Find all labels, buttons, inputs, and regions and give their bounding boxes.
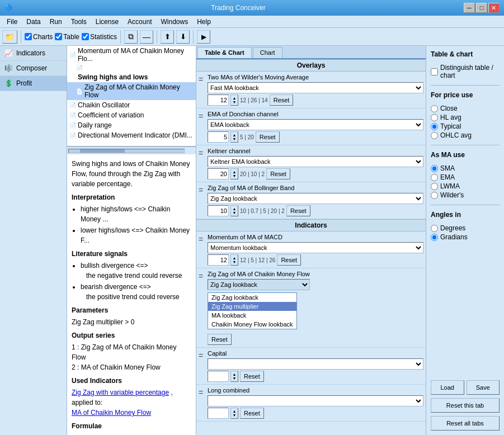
overlay-zigzag-bollinger-select[interactable]: Zig Zag lookback: [208, 193, 423, 204]
menu-file[interactable]: File: [2, 17, 22, 27]
tree-hscroll[interactable]: [67, 146, 196, 154]
menu-data[interactable]: Data: [22, 17, 45, 27]
indicator-long-combined-spin[interactable]: ▲▼: [230, 408, 238, 419]
indicator-momentum-reset[interactable]: Reset: [277, 254, 301, 266]
indicator-momentum-select[interactable]: Momentum lookback: [208, 242, 423, 253]
price-close[interactable]: Close: [431, 105, 500, 112]
indicator-momentum-spin[interactable]: ▲▼: [230, 254, 238, 266]
price-ohlc-avg[interactable]: OHLC avg: [431, 131, 500, 139]
table-toggle[interactable]: Table: [55, 33, 79, 41]
sidebar-item-composer[interactable]: 🎼 Composer: [0, 61, 67, 76]
play-button[interactable]: [197, 30, 210, 44]
used-link-1[interactable]: Zig Zag with variable percentage: [72, 389, 169, 396]
distinguish-checkbox[interactable]: [431, 68, 438, 75]
price-close-radio[interactable]: [431, 105, 438, 112]
overlay-ema-reset[interactable]: Reset: [256, 131, 280, 143]
statistics-toggle[interactable]: Statistics: [82, 33, 117, 41]
menu-tools[interactable]: Tools: [67, 17, 91, 27]
indicator-long-combined-select[interactable]: [208, 395, 423, 406]
price-typical[interactable]: Typical: [431, 122, 500, 130]
angles-degrees-radio[interactable]: [431, 225, 438, 232]
indicator-capital-spin[interactable]: ▲▼: [230, 371, 238, 382]
used-link-2[interactable]: MA of Chaikin Money Flow: [72, 409, 151, 417]
indicator-capital-select[interactable]: [208, 358, 423, 370]
indicator-long-combined-input[interactable]: [208, 408, 229, 419]
distinguish-toggle[interactable]: Distinguish table / chart: [431, 64, 500, 79]
sidebar-item-indicators[interactable]: 📈 Indicators: [0, 46, 67, 61]
charts-toggle[interactable]: Charts: [25, 33, 53, 41]
angles-gradians-radio[interactable]: [431, 234, 438, 241]
menu-windows[interactable]: Windows: [156, 17, 192, 27]
menu-account[interactable]: Account: [123, 17, 156, 27]
dropdown-option-chaikin-lookback[interactable]: Chaikin Money Flow lookback: [208, 320, 296, 329]
tab-table-chart[interactable]: Table & Chart: [197, 47, 252, 58]
indicator-zigzag-chaikin-select[interactable]: Zig Zag lookback: [208, 279, 310, 290]
ma-lwma-radio[interactable]: [431, 183, 438, 190]
download-button[interactable]: [176, 30, 190, 44]
minimize-button[interactable]: ─: [464, 3, 475, 13]
tree-item-daily[interactable]: 📄 Daily range: [67, 120, 196, 130]
copy-button[interactable]: [124, 30, 138, 44]
reset-tab-button[interactable]: Reset this tab: [431, 398, 500, 413]
tree-doc-icon-1: 📄: [76, 65, 83, 71]
dropdown-option-ma-lookback[interactable]: MA lookback: [208, 311, 296, 320]
price-ohlc-radio[interactable]: [431, 132, 438, 139]
overlay-ema-spin[interactable]: ▲▼: [230, 131, 238, 143]
overlay-keltner-reset[interactable]: Reset: [266, 168, 290, 179]
ma-sma-radio[interactable]: [431, 165, 438, 172]
overlay-zigzag-bollinger-reset[interactable]: Reset: [286, 205, 310, 216]
price-hl-avg[interactable]: HL avg: [431, 114, 500, 121]
dropdown-option-zigzag-multiplier[interactable]: Zig Zag multiplier: [208, 302, 296, 311]
charts-checkbox[interactable]: [25, 33, 32, 40]
overlay-keltner-select[interactable]: Keltner EMA lookback: [208, 156, 423, 167]
ma-wilders-radio[interactable]: [431, 192, 438, 199]
reset-all-button[interactable]: Reset all tabs: [431, 416, 500, 431]
angles-degrees[interactable]: Degrees: [431, 224, 500, 232]
tree-item-coeff[interactable]: 📄 Coefficient of variation: [67, 110, 196, 120]
close-button[interactable]: ✕: [488, 3, 500, 13]
load-button[interactable]: Load: [431, 380, 464, 395]
indicator-momentum-input[interactable]: [208, 254, 229, 266]
menu-run[interactable]: Run: [45, 17, 67, 27]
overlay-ema-input[interactable]: [208, 131, 229, 143]
overlay-ema-select[interactable]: EMA lookback: [208, 119, 423, 130]
ma-wilders[interactable]: Wilder's: [431, 191, 500, 199]
price-hl-radio[interactable]: [431, 114, 438, 121]
overlay-zigzag-bollinger-input[interactable]: [208, 205, 229, 216]
ma-ema-radio[interactable]: [431, 174, 438, 181]
save-button[interactable]: Save: [467, 380, 500, 395]
line-button[interactable]: [140, 30, 153, 44]
dropdown-option-zigzag-lookback[interactable]: Zig Zag lookback: [208, 293, 296, 302]
tree-item-zigzag[interactable]: 📄 Zig Zag of MA of Chaikin Money Flow: [67, 82, 196, 100]
overlay-two-mas-reset[interactable]: Reset: [270, 94, 294, 106]
overlay-keltner-spin[interactable]: ▲▼: [230, 168, 238, 179]
menu-license[interactable]: License: [91, 17, 123, 27]
upload-button[interactable]: [161, 30, 174, 44]
price-typical-radio[interactable]: [431, 123, 438, 130]
angles-gradians[interactable]: Gradians: [431, 233, 500, 241]
ma-sma[interactable]: SMA: [431, 164, 500, 172]
overlay-zigzag-bollinger-spin[interactable]: ▲▼: [230, 205, 238, 216]
table-checkbox[interactable]: [55, 33, 62, 40]
indicator-long-combined-reset[interactable]: Reset: [240, 408, 264, 419]
ma-ema[interactable]: EMA: [431, 173, 500, 181]
indicator-zigzag-chaikin-reset[interactable]: Reset: [208, 334, 232, 345]
overlay-two-mas-input[interactable]: [208, 94, 229, 106]
indicator-capital-input[interactable]: [208, 371, 229, 382]
tree-item-1[interactable]: 📄: [67, 64, 196, 72]
tree-item-dmi[interactable]: 📄 Directional Movement Indicator (DMI...: [67, 130, 196, 140]
tab-chart[interactable]: Chart: [253, 47, 282, 58]
indicator-capital-reset[interactable]: Reset: [240, 371, 264, 382]
maximize-button[interactable]: □: [476, 3, 487, 13]
open-folder-button[interactable]: [2, 30, 17, 44]
tree-item-swing[interactable]: Swing highs and lows: [67, 72, 196, 82]
overlay-two-mas-select[interactable]: Fast MA lookback: [208, 82, 423, 93]
ma-lwma[interactable]: LWMA: [431, 182, 500, 190]
statistics-checkbox[interactable]: [82, 33, 89, 40]
tree-item-chaikin-osc[interactable]: 📄 Chaikin Oscillator: [67, 100, 196, 110]
tree-item-0[interactable]: 📄 Momentum of MA of Chaikin Money Flo...: [67, 46, 196, 64]
overlay-two-mas-spin[interactable]: ▲▼: [230, 94, 238, 106]
sidebar-item-profit[interactable]: 💲 Profit: [0, 76, 67, 91]
overlay-keltner-input[interactable]: [208, 168, 229, 179]
menu-help[interactable]: Help: [192, 17, 215, 27]
